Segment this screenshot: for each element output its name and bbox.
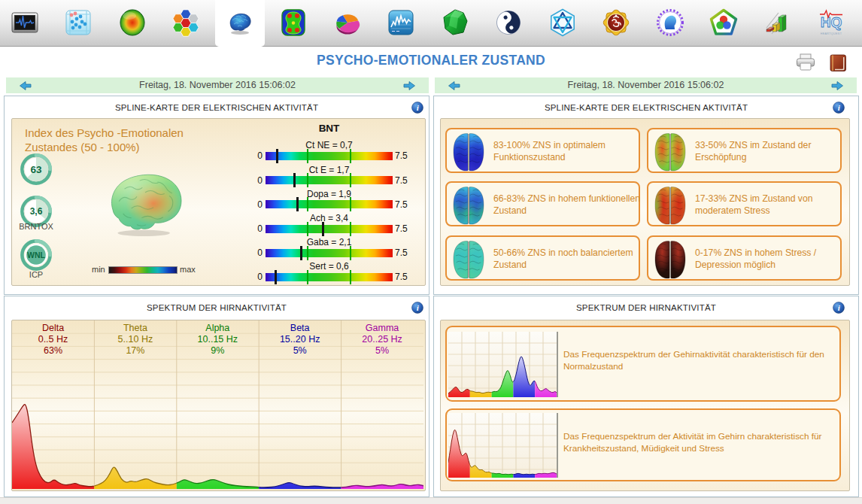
panel-spline-map-legend: SPLINE-KARTE DER ELEKTRISCHEN AKTIVITÄT …	[433, 96, 859, 295]
toolbar-icon-om-symbol[interactable]	[601, 8, 631, 38]
band-range: 20..25 Hz	[341, 334, 423, 345]
bnt-value-marker	[275, 270, 277, 284]
bnt-gradient-bar	[266, 273, 393, 281]
spectrum-band-header-delta: Delta0..5 Hz63%	[12, 323, 94, 357]
bnt-bar-label: Ach = 3,4	[266, 213, 393, 223]
next-date-button[interactable]	[830, 80, 844, 91]
help-book-icon[interactable]	[827, 53, 848, 73]
bnt-value-marker	[300, 246, 302, 260]
toolbar-icon-bar-chart-3d[interactable]	[763, 8, 793, 38]
toolbar-icon-yin-yang[interactable]	[493, 8, 524, 38]
toolbar-icon-body-map[interactable]	[278, 8, 308, 38]
zns-state-card: 17-33% ZNS im Zustand von moderatem Stre…	[647, 181, 842, 226]
toolbar-icon-pie-chart[interactable]	[332, 8, 363, 38]
next-date-button[interactable]	[402, 80, 416, 91]
toolbar-icon-pentagon-rgb[interactable]	[709, 8, 739, 38]
toolbar: HQHEARTQUEST	[0, 0, 862, 47]
zns-state-card: 83-100% ZNS in optimalem Funktionszustan…	[445, 128, 640, 173]
zns-state-card: 33-50% ZNS im Zustand der Erschöpfung	[647, 128, 842, 173]
toolbar-icon-heat-oval[interactable]	[117, 8, 147, 38]
band-name: Beta	[259, 323, 341, 334]
bnt-axis-min: 0	[238, 199, 263, 210]
info-icon[interactable]: i	[411, 302, 423, 314]
minmax-max-label: max	[180, 265, 196, 274]
panel-content: 83-100% ZNS in optimalem Funktionszustan…	[440, 118, 850, 286]
toolbar-icon-green-gem[interactable]	[440, 8, 470, 38]
band-percent: 5%	[341, 345, 423, 357]
bnt-gradient-bar	[266, 152, 393, 160]
zns-state-card: 0-17% ZNS in hohem Stress / Depression m…	[647, 235, 842, 281]
toolbar-icon-ecg-monitor[interactable]	[10, 8, 40, 38]
toolbar-icon-scatter-plot[interactable]	[63, 8, 93, 38]
index-label: Index des Psycho -Emotionalen Zustandes …	[25, 126, 207, 154]
toolbar-icon-hex-cluster[interactable]	[171, 8, 201, 38]
band-percent: 9%	[177, 345, 259, 357]
bnt-axis-max: 7.5	[395, 272, 417, 282]
info-icon[interactable]: i	[833, 102, 845, 114]
zns-state-text: 50-66% ZNS in noch balanciertem Zustand	[493, 247, 642, 271]
panel-header: SPEKTRUM DER HIRNAKTIVITÄT	[5, 303, 429, 312]
bnt-axis-min: 0	[238, 175, 263, 186]
bnt-axis-max: 7.5	[395, 150, 417, 161]
bnt-value-marker	[322, 222, 324, 236]
spectrum-chart: Delta0..5 Hz63%Theta5..10 Hz17%Alpha10..…	[11, 320, 426, 491]
app-root: HQHEARTQUEST PSYCHO-EMOTIONALER ZUSTAND …	[0, 0, 862, 504]
bnt-bar-label: Ct NE = 0,7	[266, 140, 393, 150]
panel-spectrum-legend: SPEKTRUM DER HIRNAKTIVITÄT i Das Frequen…	[433, 296, 859, 497]
zns-state-text: 83-100% ZNS in optimalem Funktionszustan…	[493, 139, 642, 163]
svg-text:WNL: WNL	[27, 250, 45, 260]
band-name: Theta	[94, 323, 176, 334]
bnt-bar-label: Sert = 0,6	[266, 261, 393, 272]
gauge-ICP: WNL	[20, 238, 53, 272]
bnt-value-marker	[293, 173, 296, 187]
zns-state-card: 50-66% ZNS in noch balanciertem Zustand	[445, 235, 640, 281]
brain-map-icon-balanced	[449, 238, 488, 279]
zns-state-text: 17-33% ZNS im Zustand von moderatem Stre…	[695, 193, 844, 217]
panel-spectrum-left: SPEKTRUM DER HIRNAKTIVITÄT i Delta0..5 H…	[4, 296, 429, 497]
panel-header: SPEKTRUM DER HIRNAKTIVITÄT	[434, 303, 858, 312]
bnt-bar-label: Gaba = 2,1	[266, 237, 393, 247]
panel-header: SPLINE-KARTE DER ELEKTRISCHEN AKTIVITÄT	[434, 103, 858, 112]
panel-header: SPLINE-KARTE DER ELEKTRISCHEN AKTIVITÄT	[5, 103, 429, 112]
band-percent: 63%	[12, 345, 94, 357]
toolbar-icon-brain[interactable]	[225, 8, 255, 38]
info-icon[interactable]: i	[411, 102, 423, 114]
svg-text:HEARTQUEST: HEARTQUEST	[821, 32, 842, 35]
panel-content: Das Frequenzspektrum der Gehirnaktivität…	[440, 320, 850, 491]
brain-3d-image	[104, 167, 187, 238]
spectrum-band-header-gamma: Gamma20..25 Hz5%	[341, 323, 423, 357]
bnt-axis-min: 0	[238, 247, 263, 258]
bnt-value-marker	[276, 149, 278, 163]
bnt-axis-max: 7.5	[395, 247, 417, 258]
bnt-axis-min: 0	[238, 223, 263, 234]
band-percent: 17%	[94, 345, 176, 357]
toolbar-icon-heartquest-logo[interactable]: HQHEARTQUEST	[816, 8, 846, 38]
info-icon[interactable]: i	[833, 302, 845, 314]
band-range: 5..10 Hz	[94, 334, 176, 345]
bnt-value-marker	[296, 197, 299, 211]
mini-spectrum-chart-normal	[448, 332, 558, 397]
brain-map-icon-moderate-stress	[651, 184, 690, 225]
brain-map-icon-high-stress	[651, 238, 690, 279]
panel-content: Index des Psycho -Emotionalen Zustandes …	[11, 118, 426, 286]
band-range: 15..20 Hz	[259, 334, 341, 345]
toolbar-icon-hexagram[interactable]	[548, 8, 578, 38]
bnt-gradient-bar	[266, 176, 393, 184]
zns-state-text: 0-17% ZNS in hohem Stress / Depression m…	[695, 247, 844, 271]
brain-map-icon-high-functional	[449, 184, 488, 225]
svg-text:HQ: HQ	[821, 14, 842, 30]
spectrum-legend-card: Das Frequenzspektrum der Aktivität im Ge…	[445, 408, 841, 481]
date-bar-right: Freitag, 18. November 2016 15:06:02	[435, 77, 857, 93]
bnt-axis-min: 0	[238, 150, 263, 161]
toolbar-icon-wave-chart[interactable]	[386, 8, 416, 38]
zns-state-text: 66-83% ZNS in hohem funktionellen Zustan…	[493, 193, 642, 217]
svg-text:63: 63	[30, 164, 42, 175]
band-range: 0..5 Hz	[12, 334, 94, 345]
band-name: Gamma	[341, 323, 423, 334]
date-bar-left: Freitag, 18. November 2016 15:06:02	[6, 77, 429, 93]
toolbar-icon-head-gear[interactable]	[655, 8, 685, 38]
gauge-label-BRNTOX: BRNTOX	[12, 222, 60, 231]
band-name: Delta	[12, 323, 94, 334]
brain-map-icon-exhaustion	[651, 131, 690, 172]
print-icon[interactable]	[794, 53, 817, 72]
